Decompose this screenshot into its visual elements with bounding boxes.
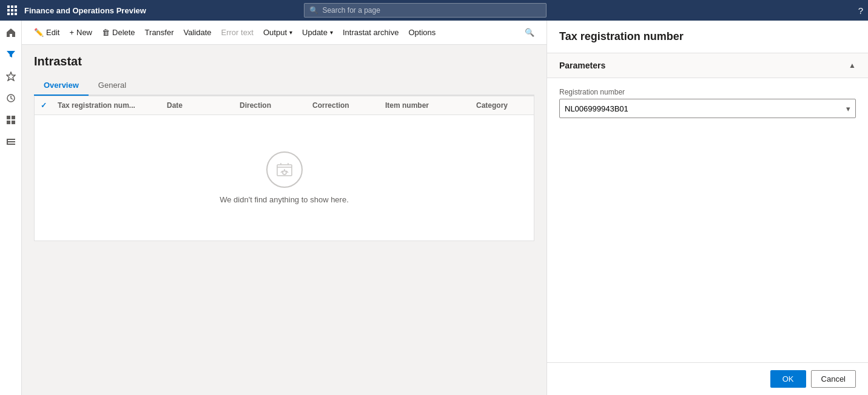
svg-rect-4 — [11, 9, 13, 12]
panel-section-header: Parameters ▲ — [547, 53, 868, 78]
apps-icon[interactable] — [5, 3, 19, 18]
cancel-button[interactable]: Cancel — [811, 370, 856, 388]
panel-footer: OK Cancel — [547, 362, 868, 395]
col-tax-reg: Tax registration num... — [53, 96, 162, 115]
delete-icon: 🗑 — [102, 28, 110, 37]
svg-rect-16 — [7, 141, 15, 142]
update-dropdown-icon: ▾ — [330, 29, 333, 36]
svg-rect-1 — [11, 5, 13, 8]
svg-rect-8 — [15, 13, 17, 15]
col-direction: Direction — [235, 96, 308, 115]
panel-body: Registration number NL006999943B01 ▾ — [547, 78, 868, 362]
tab-overview[interactable]: Overview — [34, 76, 89, 96]
svg-rect-5 — [15, 9, 17, 12]
ok-button[interactable]: OK — [770, 370, 806, 388]
empty-message: We didn't find anything to show here. — [220, 195, 349, 204]
new-button[interactable]: + New — [64, 21, 97, 44]
page-content: Intrastat Overview General ✓ Tax registr… — [22, 45, 547, 395]
search-action-button[interactable]: 🔍 — [520, 21, 539, 44]
filter-icon[interactable] — [1, 45, 21, 64]
select-all-checkbox[interactable]: ✓ — [41, 101, 47, 110]
svg-rect-17 — [7, 144, 15, 145]
search-icon: 🔍 — [309, 6, 318, 15]
right-panel: Tax registration number Parameters ▲ Reg… — [547, 21, 868, 395]
home-icon[interactable] — [1, 23, 21, 42]
search-bar[interactable]: 🔍 — [304, 3, 547, 18]
page-title: Intrastat — [34, 55, 534, 68]
svg-rect-12 — [12, 116, 15, 119]
update-button[interactable]: Update ▾ — [297, 21, 338, 44]
svg-rect-13 — [7, 121, 10, 124]
panel-header: Tax registration number — [547, 21, 868, 53]
output-dropdown-icon: ▾ — [289, 29, 292, 36]
delete-button[interactable]: 🗑 Delete — [97, 21, 140, 44]
search-input[interactable] — [322, 6, 541, 15]
table-header: ✓ Tax registration num... Date Direction… — [35, 96, 534, 115]
workspace-icon[interactable] — [1, 110, 21, 130]
validate-button[interactable]: Validate — [179, 21, 217, 44]
content-area: ✏️ Edit + New 🗑 Delete Transfer Validate… — [22, 21, 547, 395]
app-title: Finance and Operations Preview — [24, 6, 146, 15]
field-label: Registration number — [559, 88, 856, 96]
svg-rect-0 — [7, 5, 10, 8]
data-table: ✓ Tax registration num... Date Direction… — [34, 96, 534, 241]
edit-button[interactable]: ✏️ Edit — [29, 21, 64, 44]
help-icon[interactable]: ? — [858, 5, 863, 16]
panel-title: Tax registration number — [559, 30, 856, 43]
action-bar: ✏️ Edit + New 🗑 Delete Transfer Validate… — [22, 21, 547, 45]
col-item-number: Item number — [380, 96, 471, 115]
new-icon: + — [69, 28, 74, 37]
svg-rect-3 — [7, 9, 10, 12]
modules-icon[interactable] — [1, 132, 21, 151]
recent-icon[interactable] — [1, 88, 21, 108]
col-correction: Correction — [308, 96, 380, 115]
svg-rect-18 — [7, 139, 8, 145]
options-button[interactable]: Options — [403, 21, 440, 44]
search-action-icon: 🔍 — [525, 28, 534, 37]
svg-rect-6 — [7, 13, 10, 15]
sidebar — [0, 21, 22, 395]
tab-general[interactable]: General — [89, 76, 136, 96]
favorites-icon[interactable] — [1, 67, 21, 86]
tabs: Overview General — [34, 76, 534, 96]
edit-icon: ✏️ — [34, 28, 44, 37]
intrastat-archive-button[interactable]: Intrastat archive — [338, 21, 404, 44]
collapse-icon[interactable]: ▲ — [849, 61, 856, 70]
select-arrow-icon: ▾ — [846, 104, 850, 113]
section-title: Parameters — [559, 61, 605, 70]
svg-rect-11 — [7, 116, 10, 119]
svg-rect-7 — [11, 13, 13, 15]
transfer-button[interactable]: Transfer — [140, 21, 179, 44]
svg-rect-2 — [15, 5, 17, 8]
col-checkbox: ✓ — [35, 96, 53, 115]
output-button[interactable]: Output ▾ — [258, 21, 297, 44]
svg-rect-14 — [12, 121, 15, 124]
col-category: Category — [471, 96, 544, 115]
registration-number-select[interactable]: NL006999943B01 ▾ — [559, 99, 856, 118]
col-date: Date — [162, 96, 235, 115]
svg-marker-9 — [7, 72, 15, 81]
top-bar: Finance and Operations Preview 🔍 ? — [0, 0, 868, 21]
svg-rect-15 — [7, 139, 15, 140]
svg-point-20 — [283, 171, 286, 174]
registration-number-value: NL006999943B01 — [565, 104, 628, 113]
main-layout: ✏️ Edit + New 🗑 Delete Transfer Validate… — [0, 21, 868, 395]
error-text-button[interactable]: Error text — [217, 21, 258, 44]
empty-state: We didn't find anything to show here. — [35, 115, 534, 241]
empty-state-icon — [266, 151, 303, 188]
